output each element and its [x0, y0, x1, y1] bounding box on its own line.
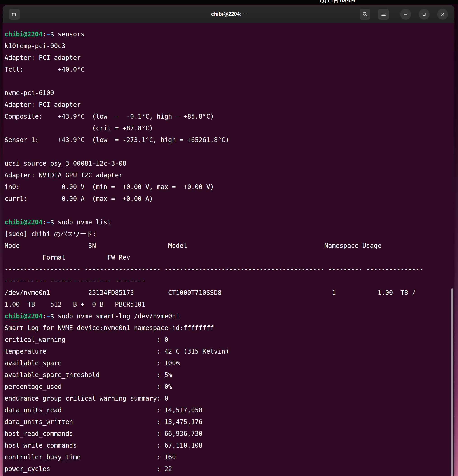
terminal-line: available_spare : 100%: [5, 357, 452, 369]
terminal-line: ----------- ---------------- --------: [5, 275, 452, 287]
terminal-line: endurance group critical warning summary…: [5, 393, 452, 404]
terminal-output: chibi@2204:~$ sensorsk10temp-pci-00c3Ada…: [5, 28, 452, 475]
close-icon: [440, 11, 446, 17]
terminal-line: host_read_commands : 66,936,730: [5, 428, 452, 440]
hamburger-menu-icon: [381, 11, 386, 17]
close-button[interactable]: [437, 9, 448, 20]
terminal-line: Adapter: PCI adapter: [5, 52, 452, 64]
terminal-line: critical_warning : 0: [5, 334, 452, 346]
terminal-line: data_units_read : 14,517,058: [5, 404, 452, 416]
terminal-line: Node SN Model Namespace Usage: [5, 240, 452, 252]
terminal-line: power_cycles : 22: [5, 463, 452, 475]
terminal-line: Sensor 1: +43.9°C (low = -273.1°C, high …: [5, 134, 452, 146]
system-top-bar: 7月11日 08:09: [0, 0, 458, 4]
minimize-icon: [403, 11, 408, 17]
terminal-line: ucsi_source_psy_3_00081-i2c-3-08: [5, 158, 452, 170]
window-controls: [359, 9, 448, 20]
terminal-line: host_write_commands : 67,110,108: [5, 440, 452, 451]
terminal-line: data_units_written : 13,475,176: [5, 416, 452, 428]
terminal-line: -------------------- -------------------…: [5, 264, 452, 275]
terminal-line: chibi@2204:~$ sudo nvme list: [5, 216, 452, 228]
terminal-line: percentage_used : 0%: [5, 381, 452, 393]
terminal-line: k10temp-pci-00c3: [5, 40, 452, 52]
maximize-button[interactable]: [419, 9, 430, 20]
terminal-line: controller_busy_time : 160: [5, 451, 452, 463]
terminal-line: [5, 205, 452, 216]
terminal-line: [5, 146, 452, 158]
menu-button[interactable]: [378, 9, 389, 20]
terminal-line: curr1: 0.00 A (max = +0.00 A): [5, 193, 452, 205]
window-title: chibi@2204: ~: [48, 11, 409, 17]
minimize-button[interactable]: [400, 9, 411, 20]
terminal-window: chibi@2204: ~: [3, 5, 454, 476]
terminal-line: Tctl: +40.0°C: [5, 64, 452, 76]
maximize-icon: [421, 11, 427, 17]
new-tab-button[interactable]: [9, 9, 20, 20]
terminal-line: chibi@2204:~$ sensors: [5, 28, 452, 40]
scrollbar-thumb[interactable]: [451, 289, 453, 476]
search-icon: [362, 11, 368, 17]
terminal-line: 1.00 TB 512 B + 0 B PBCR5101: [5, 299, 452, 310]
window-headerbar: chibi@2204: ~: [3, 5, 454, 23]
system-clock[interactable]: 7月11日 08:09: [319, 0, 355, 4]
terminal-line: nvme-pci-6100: [5, 87, 452, 99]
terminal-screen[interactable]: chibi@2204:~$ sensorsk10temp-pci-00c3Ada…: [3, 23, 454, 476]
terminal-line: in0: 0.00 V (min = +0.00 V, max = +0.00 …: [5, 181, 452, 193]
terminal-line: Smart Log for NVME device:nvme0n1 namesp…: [5, 322, 452, 334]
search-button[interactable]: [359, 9, 370, 20]
tab-new-icon: [11, 11, 18, 17]
terminal-line: chibi@2204:~$ sudo nvme smart-log /dev/n…: [5, 310, 452, 322]
terminal-line: Adapter: PCI adapter: [5, 99, 452, 111]
terminal-line: /dev/nvme0n1 25134FD85173 CT1000T710SSD8…: [5, 287, 452, 299]
terminal-line: Composite: +43.9°C (low = -0.1°C, high =…: [5, 111, 452, 122]
terminal-line: Adapter: NVIDIA GPU I2C adapter: [5, 170, 452, 181]
terminal-line: temperature : 42 C (315 Kelvin): [5, 346, 452, 357]
terminal-line: [5, 76, 452, 87]
terminal-line: available_spare_threshold : 5%: [5, 369, 452, 381]
terminal-line: [sudo] chibi のパスワード:: [5, 228, 452, 240]
terminal-line: Format FW Rev: [5, 252, 452, 264]
terminal-line: (crit = +87.8°C): [5, 122, 452, 134]
